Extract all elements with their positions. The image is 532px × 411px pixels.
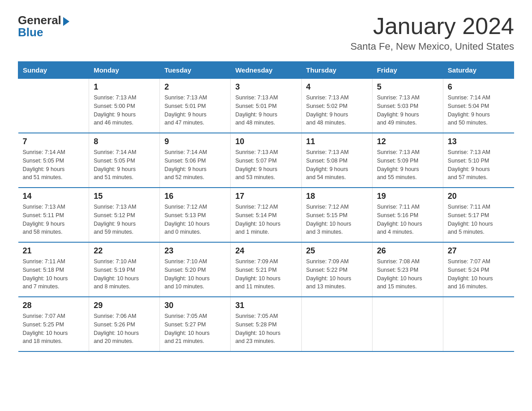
day-info: Sunrise: 7:13 AMSunset: 5:07 PMDaylight:…: [235, 148, 296, 182]
calendar-cell: 15Sunrise: 7:13 AMSunset: 5:12 PMDayligh…: [89, 188, 160, 242]
day-number: 13: [448, 137, 510, 146]
calendar-cell: 31Sunrise: 7:05 AMSunset: 5:28 PMDayligh…: [231, 297, 301, 351]
calendar-cell: 25Sunrise: 7:09 AMSunset: 5:22 PMDayligh…: [301, 242, 372, 297]
day-number: 27: [448, 246, 510, 256]
calendar-table: SundayMondayTuesdayWednesdayThursdayFrid…: [18, 61, 514, 352]
day-number: 29: [94, 301, 155, 310]
day-number: 12: [377, 137, 438, 146]
calendar-cell: 29Sunrise: 7:06 AMSunset: 5:26 PMDayligh…: [89, 297, 160, 351]
day-info: Sunrise: 7:13 AMSunset: 5:03 PMDaylight:…: [377, 94, 438, 127]
calendar-cell: 16Sunrise: 7:12 AMSunset: 5:13 PMDayligh…: [160, 188, 231, 242]
calendar-week-row: 28Sunrise: 7:07 AMSunset: 5:25 PMDayligh…: [18, 297, 514, 351]
day-info: Sunrise: 7:10 AMSunset: 5:20 PMDaylight:…: [164, 257, 226, 291]
day-info: Sunrise: 7:13 AMSunset: 5:01 PMDaylight:…: [164, 94, 226, 127]
calendar-cell: 14Sunrise: 7:13 AMSunset: 5:11 PMDayligh…: [18, 188, 89, 242]
day-info: Sunrise: 7:13 AMSunset: 5:12 PMDaylight:…: [94, 203, 155, 236]
calendar-cell: 12Sunrise: 7:13 AMSunset: 5:09 PMDayligh…: [372, 133, 443, 188]
day-number: 18: [306, 192, 368, 201]
calendar-cell: 11Sunrise: 7:13 AMSunset: 5:08 PMDayligh…: [301, 133, 372, 188]
day-number: 30: [164, 301, 226, 310]
day-info: Sunrise: 7:12 AMSunset: 5:14 PMDaylight:…: [235, 203, 296, 236]
page-header: General Blue January 2024 Santa Fe, New …: [18, 13, 514, 52]
logo-arrow-icon: [63, 17, 69, 26]
day-number: 19: [377, 192, 438, 201]
calendar-cell: 5Sunrise: 7:13 AMSunset: 5:03 PMDaylight…: [372, 79, 443, 133]
day-info: Sunrise: 7:14 AMSunset: 5:06 PMDaylight:…: [164, 148, 226, 182]
calendar-week-row: 1Sunrise: 7:13 AMSunset: 5:00 PMDaylight…: [18, 79, 514, 133]
day-info: Sunrise: 7:10 AMSunset: 5:19 PMDaylight:…: [94, 257, 155, 291]
day-info: Sunrise: 7:05 AMSunset: 5:28 PMDaylight:…: [235, 312, 296, 346]
day-info: Sunrise: 7:13 AMSunset: 5:01 PMDaylight:…: [235, 94, 296, 127]
day-number: 20: [448, 192, 510, 201]
col-header-friday: Friday: [372, 62, 443, 79]
calendar-cell: 6Sunrise: 7:14 AMSunset: 5:04 PMDaylight…: [443, 79, 514, 133]
col-header-saturday: Saturday: [443, 62, 514, 79]
calendar-cell: 28Sunrise: 7:07 AMSunset: 5:25 PMDayligh…: [18, 297, 89, 351]
calendar-cell: 21Sunrise: 7:11 AMSunset: 5:18 PMDayligh…: [18, 242, 89, 297]
calendar-cell: 27Sunrise: 7:07 AMSunset: 5:24 PMDayligh…: [443, 242, 514, 297]
day-number: 3: [235, 82, 296, 92]
calendar-cell: 17Sunrise: 7:12 AMSunset: 5:14 PMDayligh…: [231, 188, 301, 242]
page-subtitle: Santa Fe, New Mexico, United States: [350, 41, 514, 52]
calendar-cell: 8Sunrise: 7:14 AMSunset: 5:05 PMDaylight…: [89, 133, 160, 188]
calendar-cell: 13Sunrise: 7:13 AMSunset: 5:10 PMDayligh…: [443, 133, 514, 188]
day-number: 11: [306, 137, 368, 146]
day-number: 2: [164, 82, 226, 92]
day-info: Sunrise: 7:09 AMSunset: 5:21 PMDaylight:…: [235, 257, 296, 291]
day-number: 7: [23, 137, 85, 146]
day-number: 6: [448, 82, 510, 92]
day-info: Sunrise: 7:13 AMSunset: 5:11 PMDaylight:…: [23, 203, 85, 236]
calendar-cell: 23Sunrise: 7:10 AMSunset: 5:20 PMDayligh…: [160, 242, 231, 297]
day-number: 23: [164, 246, 226, 256]
day-info: Sunrise: 7:07 AMSunset: 5:25 PMDaylight:…: [23, 312, 85, 346]
day-number: 31: [235, 301, 296, 310]
day-info: Sunrise: 7:11 AMSunset: 5:17 PMDaylight:…: [448, 203, 510, 236]
day-number: 24: [235, 246, 296, 256]
calendar-cell: 19Sunrise: 7:11 AMSunset: 5:16 PMDayligh…: [372, 188, 443, 242]
calendar-cell: 1Sunrise: 7:13 AMSunset: 5:00 PMDaylight…: [89, 79, 160, 133]
logo: General Blue: [18, 13, 69, 39]
day-info: Sunrise: 7:05 AMSunset: 5:27 PMDaylight:…: [164, 312, 226, 346]
day-info: Sunrise: 7:12 AMSunset: 5:13 PMDaylight:…: [164, 203, 226, 236]
calendar-cell: 30Sunrise: 7:05 AMSunset: 5:27 PMDayligh…: [160, 297, 231, 351]
day-info: Sunrise: 7:06 AMSunset: 5:26 PMDaylight:…: [94, 312, 155, 346]
calendar-cell: [443, 297, 514, 351]
day-info: Sunrise: 7:12 AMSunset: 5:15 PMDaylight:…: [306, 203, 368, 236]
col-header-thursday: Thursday: [301, 62, 372, 79]
day-info: Sunrise: 7:14 AMSunset: 5:05 PMDaylight:…: [23, 148, 85, 182]
day-number: 22: [94, 246, 155, 256]
day-info: Sunrise: 7:14 AMSunset: 5:04 PMDaylight:…: [448, 94, 510, 127]
calendar-cell: 10Sunrise: 7:13 AMSunset: 5:07 PMDayligh…: [231, 133, 301, 188]
day-info: Sunrise: 7:07 AMSunset: 5:24 PMDaylight:…: [448, 257, 510, 291]
day-info: Sunrise: 7:09 AMSunset: 5:22 PMDaylight:…: [306, 257, 368, 291]
calendar-week-row: 14Sunrise: 7:13 AMSunset: 5:11 PMDayligh…: [18, 188, 514, 242]
calendar-header-row: SundayMondayTuesdayWednesdayThursdayFrid…: [18, 62, 514, 79]
title-block: January 2024 Santa Fe, New Mexico, Unite…: [350, 13, 514, 52]
day-number: 26: [377, 246, 438, 256]
calendar-week-row: 21Sunrise: 7:11 AMSunset: 5:18 PMDayligh…: [18, 242, 514, 297]
calendar-week-row: 7Sunrise: 7:14 AMSunset: 5:05 PMDaylight…: [18, 133, 514, 188]
day-info: Sunrise: 7:13 AMSunset: 5:10 PMDaylight:…: [448, 148, 510, 182]
day-number: 9: [164, 137, 226, 146]
page-title: January 2024: [350, 13, 514, 39]
col-header-tuesday: Tuesday: [160, 62, 231, 79]
col-header-sunday: Sunday: [18, 62, 89, 79]
calendar-cell: 9Sunrise: 7:14 AMSunset: 5:06 PMDaylight…: [160, 133, 231, 188]
calendar-cell: 7Sunrise: 7:14 AMSunset: 5:05 PMDaylight…: [18, 133, 89, 188]
calendar-cell: 24Sunrise: 7:09 AMSunset: 5:21 PMDayligh…: [231, 242, 301, 297]
day-number: 28: [23, 301, 85, 310]
day-number: 14: [23, 192, 85, 201]
day-number: 4: [306, 82, 368, 92]
calendar-cell: 3Sunrise: 7:13 AMSunset: 5:01 PMDaylight…: [231, 79, 301, 133]
calendar-cell: 4Sunrise: 7:13 AMSunset: 5:02 PMDaylight…: [301, 79, 372, 133]
day-number: 15: [94, 192, 155, 201]
calendar-cell: 20Sunrise: 7:11 AMSunset: 5:17 PMDayligh…: [443, 188, 514, 242]
calendar-cell: [372, 297, 443, 351]
day-info: Sunrise: 7:13 AMSunset: 5:09 PMDaylight:…: [377, 148, 438, 182]
calendar-cell: 26Sunrise: 7:08 AMSunset: 5:23 PMDayligh…: [372, 242, 443, 297]
day-number: 8: [94, 137, 155, 146]
day-info: Sunrise: 7:13 AMSunset: 5:00 PMDaylight:…: [94, 94, 155, 127]
day-info: Sunrise: 7:13 AMSunset: 5:02 PMDaylight:…: [306, 94, 368, 127]
day-number: 5: [377, 82, 438, 92]
day-info: Sunrise: 7:14 AMSunset: 5:05 PMDaylight:…: [94, 148, 155, 182]
